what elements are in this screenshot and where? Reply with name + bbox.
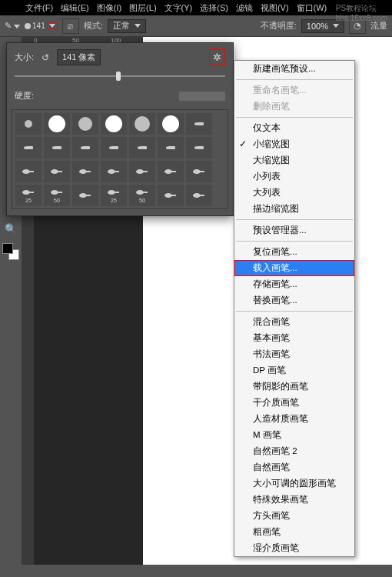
- gear-icon[interactable]: ✲: [209, 49, 225, 65]
- brush-preset-thumb[interactable]: 50: [44, 185, 70, 206]
- menu-item[interactable]: 粗画笔: [234, 524, 354, 540]
- brush-preset-thumb[interactable]: 25: [101, 185, 127, 206]
- menu-item[interactable]: 替换画笔...: [234, 292, 354, 309]
- brush-preset-thumb[interactable]: [72, 161, 98, 182]
- menu-item[interactable]: 窗口(W): [294, 2, 330, 14]
- menu-item[interactable]: 存储画笔...: [234, 276, 354, 292]
- brush-preset-thumb[interactable]: [158, 161, 184, 182]
- menu-item[interactable]: 方头画笔: [234, 508, 354, 524]
- brush-preset-thumb[interactable]: [101, 137, 127, 158]
- menu-item[interactable]: 文件(F): [23, 2, 55, 14]
- zoom-tool[interactable]: 🔍: [2, 220, 19, 237]
- menu-item[interactable]: 基本画笔: [234, 330, 354, 346]
- brush-dropdown-highlight[interactable]: [47, 22, 58, 29]
- brush-preset-thumb[interactable]: [44, 137, 70, 158]
- menu-item[interactable]: 复位画笔...: [234, 244, 354, 260]
- menu-item[interactable]: 视图(V): [258, 2, 291, 14]
- svg-rect-3: [58, 171, 62, 172]
- brush-preview[interactable]: 141: [25, 22, 58, 30]
- brush-preset-thumb[interactable]: [72, 185, 98, 206]
- menu-item[interactable]: 湿介质画笔: [234, 540, 354, 556]
- brush-preset-thumb[interactable]: 50: [129, 185, 155, 206]
- menu-item[interactable]: 文字(Y): [162, 2, 195, 14]
- brush-grid[interactable]: 25502550: [12, 109, 228, 209]
- brush-preset-thumb[interactable]: [72, 137, 98, 158]
- toggle-brush-panel-icon[interactable]: ⎚: [62, 18, 79, 34]
- menu-item[interactable]: 编辑(E): [58, 2, 91, 14]
- brush-preset-thumb[interactable]: [15, 137, 42, 158]
- menu-item[interactable]: 仅文本: [234, 120, 354, 136]
- svg-rect-25: [171, 195, 176, 196]
- mode-select[interactable]: 正常: [108, 19, 146, 33]
- menu-item[interactable]: 自然画笔: [234, 459, 354, 475]
- menu-item[interactable]: ✓小缩览图: [234, 136, 354, 152]
- menu-item[interactable]: 图像(I): [95, 2, 124, 14]
- brand: PS教程论坛bbs.16xx8.com: [336, 3, 387, 22]
- brush-preset-thumb[interactable]: [186, 137, 212, 158]
- menu-item[interactable]: 滤镜: [234, 2, 255, 14]
- svg-point-16: [51, 190, 58, 195]
- brush-preset-thumb[interactable]: [44, 161, 70, 182]
- brush-preset-thumb[interactable]: [72, 113, 98, 135]
- menu-item[interactable]: 带阴影的画笔: [234, 379, 354, 395]
- brush-preset-thumb[interactable]: [15, 161, 42, 182]
- separator: [236, 117, 353, 118]
- svg-rect-15: [29, 192, 34, 193]
- brush-preset-thumb[interactable]: [186, 113, 212, 135]
- menu-item: 删除画笔: [234, 98, 354, 115]
- reset-icon[interactable]: ↺: [42, 52, 49, 63]
- menu-item[interactable]: 特殊效果画笔: [234, 492, 354, 508]
- brush-preset-thumb[interactable]: [158, 137, 184, 158]
- menu-item[interactable]: 描边缩览图: [234, 201, 354, 217]
- menu-item[interactable]: DP 画笔: [234, 362, 354, 379]
- size-value[interactable]: 141 像素: [57, 49, 101, 65]
- svg-point-2: [51, 169, 58, 174]
- menu-item[interactable]: 载入画笔...: [234, 260, 354, 276]
- brush-preset-thumb[interactable]: [15, 113, 42, 135]
- menu-item[interactable]: 大小可调的圆形画笔: [234, 475, 354, 492]
- menubar: 文件(F)编辑(E)图像(I)图层(L)文字(Y)选择(S)滤镜视图(V)窗口(…: [0, 0, 392, 15]
- brush-preset-thumb[interactable]: [129, 113, 155, 135]
- brush-preset-thumb[interactable]: [186, 185, 212, 206]
- brush-preset-thumb[interactable]: [129, 161, 155, 182]
- svg-rect-19: [86, 195, 91, 196]
- svg-rect-13: [200, 171, 204, 172]
- menu-item[interactable]: 自然画笔 2: [234, 443, 354, 459]
- menu-item[interactable]: 小列表: [234, 168, 354, 185]
- brush-preset-thumb[interactable]: [44, 113, 70, 135]
- menu-item[interactable]: M 画笔: [234, 427, 354, 443]
- svg-rect-27: [200, 195, 204, 196]
- brush-preset-thumb[interactable]: [186, 161, 212, 182]
- menu-item[interactable]: 大缩览图: [234, 152, 354, 168]
- svg-point-0: [22, 169, 30, 174]
- hardness-value[interactable]: [179, 92, 225, 101]
- menu-item[interactable]: 图层(L): [127, 2, 158, 14]
- size-label: 大小:: [15, 52, 34, 63]
- brush-preset-thumb[interactable]: [129, 137, 155, 158]
- menu-item[interactable]: 干介质画笔: [234, 395, 354, 411]
- menu-item[interactable]: 书法画笔: [234, 346, 354, 362]
- size-slider[interactable]: [15, 72, 225, 81]
- menu-item[interactable]: 选择(S): [198, 2, 231, 14]
- menu-item[interactable]: 新建画笔预设...: [234, 61, 354, 77]
- menu-item[interactable]: 人造材质画笔: [234, 411, 354, 427]
- svg-rect-7: [115, 171, 119, 172]
- svg-point-14: [22, 190, 30, 195]
- opacity-label: 不透明度:: [261, 20, 297, 32]
- menu-item[interactable]: 预设管理器...: [234, 222, 354, 238]
- color-swatches[interactable]: [2, 243, 19, 260]
- mode-label: 模式:: [84, 20, 103, 32]
- menu-item[interactable]: 混合画笔: [234, 314, 354, 330]
- brush-preset-thumb[interactable]: [101, 161, 127, 182]
- svg-point-22: [136, 190, 144, 195]
- svg-point-6: [108, 169, 115, 174]
- svg-rect-11: [171, 171, 176, 172]
- brush-preset-thumb[interactable]: [158, 113, 184, 135]
- brush-preset-thumb[interactable]: [101, 113, 127, 135]
- menu-item[interactable]: 大列表: [234, 185, 354, 201]
- separator: [236, 219, 353, 220]
- brush-preset-thumb[interactable]: [158, 185, 184, 206]
- tool-preset-icon[interactable]: ✎: [5, 21, 20, 31]
- separator: [236, 79, 353, 80]
- brush-preset-thumb[interactable]: 25: [15, 185, 42, 206]
